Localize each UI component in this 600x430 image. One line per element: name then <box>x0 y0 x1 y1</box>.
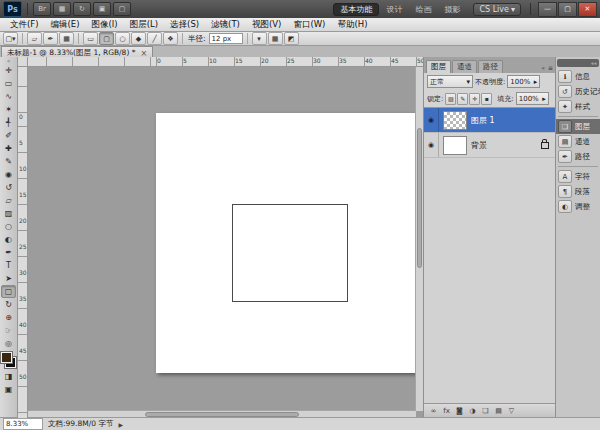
opacity-field[interactable]: 100% ▸ <box>507 75 540 88</box>
menu-item[interactable]: 帮助(H) <box>331 19 373 31</box>
foreground-color-swatch[interactable] <box>1 352 12 363</box>
crop-tool[interactable]: ╃ <box>1 116 16 129</box>
dock-item[interactable]: ❏图层 <box>556 119 600 134</box>
menu-item[interactable]: 图层(L) <box>124 19 164 31</box>
type-tool[interactable]: T <box>1 259 16 272</box>
layer-thumbnail[interactable] <box>443 136 467 155</box>
layer-thumbnail[interactable] <box>443 111 467 130</box>
panel-menu-icon[interactable]: ≡ <box>548 64 553 71</box>
status-options-arrow-icon[interactable]: ▶ <box>118 421 123 428</box>
visibility-toggle[interactable]: ◉ <box>424 108 439 132</box>
move-tool[interactable]: ✛ <box>1 64 16 77</box>
close-button[interactable]: ✕ <box>578 2 597 17</box>
radius-input[interactable]: 12 px <box>209 33 243 44</box>
rotate-view-icon[interactable]: ↻ <box>73 2 91 16</box>
dock-item[interactable]: ◐调整 <box>556 199 600 214</box>
dock-collapse-bar[interactable]: «« <box>557 59 599 67</box>
dock-item[interactable]: ¶段落 <box>556 184 600 199</box>
lock-transparency-icon[interactable]: ▨ <box>445 93 456 105</box>
eraser-tool[interactable]: ▱ <box>1 194 16 207</box>
eyedropper-tool[interactable]: ✐ <box>1 129 16 142</box>
gradient-tool[interactable]: ▨ <box>1 207 16 220</box>
new-layer-icon[interactable]: ▤ <box>494 406 503 417</box>
menu-item[interactable]: 编辑(E) <box>45 19 86 31</box>
pen-tool[interactable]: ✒ <box>1 246 16 259</box>
dock-item[interactable]: ↺历史记录 <box>556 84 600 99</box>
restore-button[interactable]: ▢ <box>558 2 577 17</box>
lasso-tool[interactable]: ∿ <box>1 90 16 103</box>
menu-item[interactable]: 视图(V) <box>246 19 287 31</box>
visibility-toggle[interactable]: ◉ <box>424 133 439 157</box>
dock-item[interactable]: ℹ信息 <box>556 69 600 84</box>
link-layers-icon[interactable]: ∞ <box>429 406 438 417</box>
bridge-icon[interactable]: Br <box>33 2 51 16</box>
history-brush-tool[interactable]: ↺ <box>1 181 16 194</box>
polygon-tool-icon[interactable]: ◆ <box>131 32 146 45</box>
blur-tool[interactable]: ○ <box>1 220 16 233</box>
tool-preset-picker[interactable]: ▢ ▾ <box>3 32 18 45</box>
dock-item[interactable]: ✒路径 <box>556 149 600 164</box>
quick-mask-icon[interactable]: ◨ <box>1 370 16 383</box>
document-canvas[interactable] <box>156 113 421 373</box>
rounded-rectangle-tool-icon[interactable]: ▢ <box>99 32 114 45</box>
toolbar-collapse-icon[interactable]: « <box>7 57 11 64</box>
zoom-tool[interactable]: ◎ <box>1 337 16 350</box>
menu-item[interactable]: 滤镜(T) <box>205 19 246 31</box>
new-group-icon[interactable]: ❑ <box>481 406 490 417</box>
minimize-button[interactable]: — <box>538 2 557 17</box>
fill-field[interactable]: 100% ▸ <box>516 92 549 105</box>
zoom-level-field[interactable]: 8.33% <box>3 418 43 430</box>
dock-item[interactable]: ▤通道 <box>556 134 600 149</box>
arrange-documents-icon[interactable]: ▣ <box>93 2 111 16</box>
workspace-button[interactable]: 摄影 <box>438 3 466 16</box>
lock-position-icon[interactable]: ✛ <box>469 93 480 105</box>
clone-stamp-tool[interactable]: ◉ <box>1 168 16 181</box>
panel-tab[interactable]: 路径 <box>478 60 503 73</box>
dock-item[interactable]: A字符 <box>556 169 600 184</box>
add-layer-mask-icon[interactable]: ◙ <box>455 406 464 417</box>
scrollbar-thumb[interactable] <box>417 128 422 268</box>
3d-rotate-tool[interactable]: ↻ <box>1 298 16 311</box>
vertical-scrollbar[interactable] <box>415 66 423 411</box>
lock-pixels-icon[interactable]: ✎ <box>457 93 468 105</box>
paths-icon[interactable]: ✒ <box>43 32 58 45</box>
layer-style-icon[interactable]: fx <box>442 406 451 417</box>
dodge-tool[interactable]: ◐ <box>1 233 16 246</box>
brush-tool[interactable]: ✎ <box>1 155 16 168</box>
panel-tab[interactable]: 通道 <box>452 60 477 73</box>
shape-layers-icon[interactable]: ▱ <box>27 32 42 45</box>
menu-item[interactable]: 文件(F) <box>4 19 45 31</box>
antialias-icon[interactable]: ▦ <box>268 32 283 45</box>
screen-mode-icon[interactable]: ▢ <box>113 2 131 16</box>
blend-mode-select[interactable]: 正常 ▾ <box>427 75 473 88</box>
menu-item[interactable]: 选择(S) <box>164 19 205 31</box>
line-tool-icon[interactable]: ╱ <box>147 32 162 45</box>
workspace-button[interactable]: 绘画 <box>409 3 437 16</box>
layer-row[interactable]: ◉背景 <box>424 133 555 158</box>
panel-tab[interactable]: 图层 <box>426 60 451 73</box>
fill-pixels-icon[interactable]: ▦ <box>59 32 74 45</box>
ruler-origin-corner[interactable] <box>18 57 28 67</box>
screen-mode-toggle-icon[interactable]: ▣ <box>1 383 16 396</box>
path-selection-tool[interactable]: ➤ <box>1 272 16 285</box>
adjustment-layer-icon[interactable]: ◑ <box>468 406 477 417</box>
lock-all-icon[interactable]: ▪ <box>481 93 492 105</box>
rectangle-tool-icon[interactable]: ▭ <box>83 32 98 45</box>
cs-live-button[interactable]: CS Live ▾ <box>473 3 521 16</box>
mode-dropdown-icon[interactable]: ▾ <box>252 32 267 45</box>
layer-row[interactable]: ◉图层 1 <box>424 108 555 133</box>
workspace-button[interactable]: 基本功能 <box>333 3 379 16</box>
style-picker-icon[interactable]: ◩ <box>284 32 299 45</box>
hand-tool[interactable]: ☞ <box>1 324 16 337</box>
delete-layer-icon[interactable]: ▽ <box>507 406 516 417</box>
3d-orbit-tool[interactable]: ⊕ <box>1 311 16 324</box>
rectangular-marquee-tool[interactable]: ▭ <box>1 77 16 90</box>
workspace-button[interactable]: 设计 <box>380 3 408 16</box>
menu-item[interactable]: 窗口(W) <box>287 19 331 31</box>
collapse-panel-icon[interactable]: « <box>541 64 545 71</box>
menu-item[interactable]: 图像(I) <box>86 19 124 31</box>
ellipse-tool-icon[interactable]: ○ <box>115 32 130 45</box>
magic-wand-tool[interactable]: ✶ <box>1 103 16 116</box>
dock-item[interactable]: ✦样式 <box>556 99 600 114</box>
custom-shape-tool-icon[interactable]: ❖ <box>163 32 178 45</box>
